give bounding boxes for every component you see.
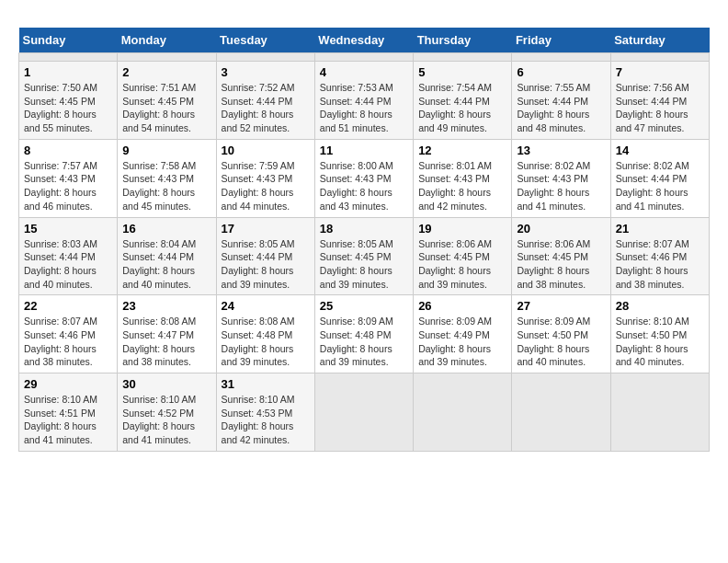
day-number: 15 [24,222,112,236]
day-number: 12 [418,144,506,157]
calendar-cell [216,53,314,62]
calendar-cell: 16Sunrise: 8:04 AM Sunset: 4:44 PM Dayli… [118,217,216,295]
day-number: 28 [616,299,704,313]
day-info: Sunrise: 8:02 AM Sunset: 4:43 PM Dayligh… [517,159,605,213]
day-info: Sunrise: 7:51 AM Sunset: 4:45 PM Dayligh… [122,81,210,135]
day-info: Sunrise: 8:09 AM Sunset: 4:49 PM Dayligh… [418,315,506,369]
day-number: 3 [222,65,310,79]
calendar-cell: 27Sunrise: 8:09 AM Sunset: 4:50 PM Dayli… [512,295,610,373]
day-number: 14 [616,144,704,157]
calendar-cell: 21Sunrise: 8:07 AM Sunset: 4:46 PM Dayli… [610,217,709,295]
day-number: 16 [122,222,210,236]
calendar-cell [610,53,709,62]
calendar-cell: 6Sunrise: 7:55 AM Sunset: 4:44 PM Daylig… [512,62,610,140]
calendar-cell: 22Sunrise: 8:07 AM Sunset: 4:46 PM Dayli… [19,295,118,373]
calendar-cell [512,373,610,452]
day-number: 10 [222,144,310,157]
weekday-header-monday: Monday [118,28,216,53]
calendar-cell: 15Sunrise: 8:03 AM Sunset: 4:44 PM Dayli… [19,217,118,295]
calendar-week-row: 8Sunrise: 7:57 AM Sunset: 4:43 PM Daylig… [19,139,710,217]
day-number: 21 [616,222,704,236]
day-number: 23 [122,299,210,313]
calendar-week-row [19,53,710,62]
calendar-cell: 8Sunrise: 7:57 AM Sunset: 4:43 PM Daylig… [19,139,118,217]
calendar-cell [512,53,610,62]
calendar-cell: 17Sunrise: 8:05 AM Sunset: 4:44 PM Dayli… [216,217,314,295]
day-number: 22 [24,299,112,313]
weekday-header-friday: Friday [512,28,610,53]
calendar-cell [118,53,216,62]
day-number: 4 [320,65,408,79]
day-info: Sunrise: 7:54 AM Sunset: 4:44 PM Dayligh… [418,81,506,135]
weekday-header-saturday: Saturday [610,28,709,53]
day-info: Sunrise: 8:03 AM Sunset: 4:44 PM Dayligh… [24,237,112,292]
day-number: 7 [616,65,704,79]
day-info: Sunrise: 8:06 AM Sunset: 4:45 PM Dayligh… [418,237,506,292]
calendar-cell: 14Sunrise: 8:02 AM Sunset: 4:44 PM Dayli… [610,139,709,217]
day-info: Sunrise: 8:10 AM Sunset: 4:52 PM Dayligh… [122,393,210,447]
weekday-header-tuesday: Tuesday [216,28,314,53]
day-info: Sunrise: 7:52 AM Sunset: 4:44 PM Dayligh… [222,81,310,135]
day-info: Sunrise: 8:10 AM Sunset: 4:51 PM Dayligh… [24,393,112,447]
day-number: 6 [517,65,605,79]
day-number: 8 [24,144,112,157]
calendar-cell [314,373,413,452]
day-info: Sunrise: 8:08 AM Sunset: 4:48 PM Dayligh… [222,315,310,369]
calendar-cell: 9Sunrise: 7:58 AM Sunset: 4:43 PM Daylig… [118,139,216,217]
calendar-cell: 20Sunrise: 8:06 AM Sunset: 4:45 PM Dayli… [512,217,610,295]
day-info: Sunrise: 7:59 AM Sunset: 4:43 PM Dayligh… [222,159,310,213]
calendar-cell: 18Sunrise: 8:05 AM Sunset: 4:45 PM Dayli… [314,217,413,295]
day-number: 9 [122,144,210,157]
day-info: Sunrise: 8:08 AM Sunset: 4:47 PM Dayligh… [122,315,210,369]
calendar-cell: 29Sunrise: 8:10 AM Sunset: 4:51 PM Dayli… [19,373,118,452]
calendar-cell: 13Sunrise: 8:02 AM Sunset: 4:43 PM Dayli… [512,139,610,217]
day-number: 31 [222,377,310,391]
calendar-cell: 2Sunrise: 7:51 AM Sunset: 4:45 PM Daylig… [118,62,216,140]
calendar-cell: 31Sunrise: 8:10 AM Sunset: 4:53 PM Dayli… [216,373,314,452]
calendar-cell: 5Sunrise: 7:54 AM Sunset: 4:44 PM Daylig… [414,62,512,140]
day-number: 13 [517,144,605,157]
calendar-week-row: 1Sunrise: 7:50 AM Sunset: 4:45 PM Daylig… [19,62,710,140]
day-info: Sunrise: 8:01 AM Sunset: 4:43 PM Dayligh… [418,159,506,213]
calendar-cell: 30Sunrise: 8:10 AM Sunset: 4:52 PM Dayli… [118,373,216,452]
day-number: 25 [320,299,408,313]
calendar-table: SundayMondayTuesdayWednesdayThursdayFrid… [18,28,710,452]
calendar-cell: 28Sunrise: 8:10 AM Sunset: 4:50 PM Dayli… [610,295,709,373]
day-number: 20 [517,222,605,236]
calendar-cell: 24Sunrise: 8:08 AM Sunset: 4:48 PM Dayli… [216,295,314,373]
day-info: Sunrise: 7:53 AM Sunset: 4:44 PM Dayligh… [320,81,408,135]
day-number: 2 [122,65,210,79]
calendar-week-row: 29Sunrise: 8:10 AM Sunset: 4:51 PM Dayli… [19,373,710,452]
day-info: Sunrise: 8:09 AM Sunset: 4:50 PM Dayligh… [517,315,605,369]
calendar-cell [610,373,709,452]
day-info: Sunrise: 8:10 AM Sunset: 4:50 PM Dayligh… [616,315,704,369]
calendar-cell [414,53,512,62]
weekday-header-thursday: Thursday [414,28,512,53]
day-info: Sunrise: 7:56 AM Sunset: 4:44 PM Dayligh… [616,81,704,135]
day-number: 18 [320,222,408,236]
weekday-header-sunday: Sunday [19,28,118,53]
calendar-cell: 12Sunrise: 8:01 AM Sunset: 4:43 PM Dayli… [414,139,512,217]
day-info: Sunrise: 7:57 AM Sunset: 4:43 PM Dayligh… [24,159,112,213]
calendar-cell: 19Sunrise: 8:06 AM Sunset: 4:45 PM Dayli… [414,217,512,295]
calendar-cell: 25Sunrise: 8:09 AM Sunset: 4:48 PM Dayli… [314,295,413,373]
calendar-header-row: SundayMondayTuesdayWednesdayThursdayFrid… [19,28,710,53]
day-number: 26 [418,299,506,313]
day-number: 5 [418,65,506,79]
day-info: Sunrise: 8:05 AM Sunset: 4:45 PM Dayligh… [320,237,408,292]
day-number: 29 [24,377,112,391]
day-number: 24 [222,299,310,313]
day-info: Sunrise: 8:05 AM Sunset: 4:44 PM Dayligh… [222,237,310,292]
day-info: Sunrise: 7:55 AM Sunset: 4:44 PM Dayligh… [517,81,605,135]
day-info: Sunrise: 7:58 AM Sunset: 4:43 PM Dayligh… [122,159,210,213]
day-info: Sunrise: 8:10 AM Sunset: 4:53 PM Dayligh… [222,393,310,447]
calendar-cell: 23Sunrise: 8:08 AM Sunset: 4:47 PM Dayli… [118,295,216,373]
calendar-cell: 11Sunrise: 8:00 AM Sunset: 4:43 PM Dayli… [314,139,413,217]
day-number: 17 [222,222,310,236]
day-info: Sunrise: 8:06 AM Sunset: 4:45 PM Dayligh… [517,237,605,292]
calendar-cell: 10Sunrise: 7:59 AM Sunset: 4:43 PM Dayli… [216,139,314,217]
calendar-week-row: 22Sunrise: 8:07 AM Sunset: 4:46 PM Dayli… [19,295,710,373]
day-info: Sunrise: 8:07 AM Sunset: 4:46 PM Dayligh… [24,315,112,369]
day-info: Sunrise: 8:04 AM Sunset: 4:44 PM Dayligh… [122,237,210,292]
day-number: 1 [24,65,112,79]
